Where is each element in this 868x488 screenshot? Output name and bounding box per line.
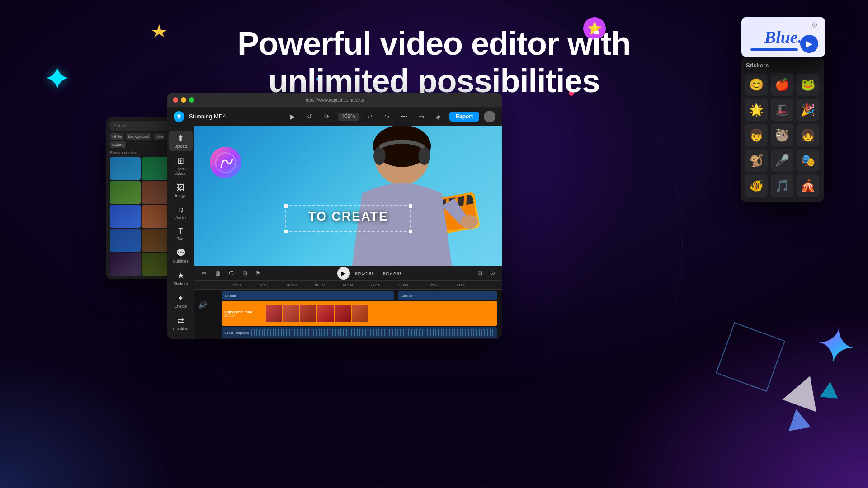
timer-btn[interactable]: ⏱ [226, 268, 236, 278]
monitor-btn[interactable]: ▭ [415, 110, 428, 123]
ruler-05: 00:05 [362, 283, 390, 287]
canvas-area: TO CREATE ✂ 🗑 ⏱ ⊟ [194, 126, 502, 339]
tag-nature[interactable]: nature [110, 141, 126, 148]
video-track-time: 00:01:4 [224, 314, 260, 317]
transitions-icon: ⇄ [177, 316, 184, 326]
window-url: https://www.capcut.com/editor [305, 98, 365, 103]
sticker-track-2[interactable]: Sticker [398, 291, 497, 300]
tool-filters[interactable]: ◐ Filters [169, 336, 193, 339]
video-track-info: Clips name.mov 00:01:4 [224, 310, 260, 317]
sticker-13[interactable]: 🐠 [745, 174, 768, 197]
sticker-12[interactable]: 🎭 [797, 149, 819, 172]
timeline-section: 00:00 00:01 00:02 00:03 00:04 00:05 00:0… [194, 280, 502, 339]
volume-icon[interactable]: 🔊 [198, 300, 207, 309]
tool-audio[interactable]: ♫ Audio [169, 202, 193, 223]
text-style-gear-icon[interactable]: ⚙ [811, 21, 818, 29]
sel-handle-tl[interactable] [284, 204, 288, 208]
left-media-grid [110, 157, 173, 276]
left-recommended-label: Recommended [110, 150, 173, 155]
tool-subtitles[interactable]: 💬 Subtitles [169, 245, 193, 266]
shield-btn[interactable]: ◈ [432, 110, 445, 123]
delete-btn[interactable]: 🗑 [212, 268, 222, 278]
fullscreen-btn[interactable]: ⊙ [487, 268, 497, 278]
sticker-7[interactable]: 👦 [745, 124, 768, 146]
text-style-text: Blue. [764, 27, 802, 47]
tool-stock[interactable]: ⊞ Stock videos [169, 153, 193, 178]
tool-transitions[interactable]: ⇄ Transitions [169, 313, 193, 334]
cube-decoration [716, 322, 785, 392]
left-thumb-7[interactable] [110, 229, 141, 252]
time-separator: / [376, 271, 377, 276]
tool-upload[interactable]: ⬆ Upload [169, 131, 193, 151]
sticker-15[interactable]: 🎪 [797, 174, 819, 197]
sel-handle-bl[interactable] [284, 230, 288, 233]
refresh-btn[interactable]: ⟳ [321, 110, 333, 123]
sticker-track-1[interactable]: Sticker [222, 291, 394, 300]
sticker-5[interactable]: 🎩 [771, 99, 793, 121]
rotate-btn[interactable]: ↺ [303, 110, 316, 123]
window-maximize-dot[interactable] [189, 97, 194, 103]
sticker-10[interactable]: 🐒 [745, 149, 768, 172]
more-btn[interactable]: ••• [398, 110, 410, 123]
ruler-02: 00:02 [278, 283, 306, 287]
upload-icon: ⬆ [177, 133, 184, 143]
video-track[interactable]: Clips name.mov 00:01:4 [222, 301, 497, 326]
ruler-07: 00:07 [419, 283, 447, 287]
left-thumb-1[interactable] [110, 157, 141, 180]
sticker-1[interactable]: 😊 [745, 73, 768, 96]
window-minimize-dot[interactable] [181, 97, 186, 103]
left-thumb-5[interactable] [110, 205, 141, 228]
left-thumb-3[interactable] [110, 181, 141, 204]
tool-image[interactable]: 🖼 Image [169, 180, 193, 201]
sticker-6[interactable]: 🎉 [797, 99, 819, 121]
video-track-name: Clips name.mov [224, 310, 260, 314]
zoom-level[interactable]: 100% [338, 113, 359, 121]
text-style-underline [750, 48, 798, 51]
left-search-input[interactable] [110, 121, 173, 131]
app-toolbar: Stunning MP4 ▶ ↺ ⟳ 100% ↩ ↪ ••• ▭ ◈ Expo… [167, 107, 502, 126]
export-button[interactable]: Export [449, 112, 479, 122]
play-btn[interactable]: ▶ [286, 110, 299, 123]
sticker-4[interactable]: 🌟 [745, 99, 768, 121]
play-pause-btn[interactable]: ▶ [337, 267, 350, 280]
audio-track-label: Great, disprove [224, 331, 249, 335]
app-logo [174, 111, 184, 122]
audio-waveform [251, 329, 495, 336]
flag-btn[interactable]: ⚑ [253, 268, 263, 278]
svg-point-11 [418, 147, 430, 165]
trim-btn[interactable]: ✂ [199, 268, 209, 278]
sticker-3[interactable]: 🐸 [797, 73, 819, 96]
undo-btn[interactable]: ↩ [363, 110, 376, 123]
sticker-2[interactable]: 🍎 [771, 73, 793, 96]
yellow-sparkle [147, 23, 172, 40]
tool-text[interactable]: T Text [169, 225, 193, 244]
text-style-next-arrow[interactable]: ▶ [800, 35, 818, 53]
window-close-dot[interactable] [173, 97, 178, 103]
image-icon: 🖼 [177, 183, 185, 192]
tag-blue[interactable]: blue [153, 133, 165, 140]
redo-btn[interactable]: ↪ [381, 110, 393, 123]
tool-effects[interactable]: ✦ Effects [169, 291, 193, 311]
app-window: https://www.capcut.com/editor Stunning M… [167, 93, 502, 339]
split-btn[interactable]: ⊟ [240, 268, 250, 278]
user-avatar[interactable] [484, 111, 495, 122]
frame-6 [352, 305, 368, 322]
svg-point-12 [460, 215, 478, 229]
tool-stickers[interactable]: ★ Stickers [169, 268, 193, 289]
sticker-9[interactable]: 👧 [797, 124, 819, 146]
timeline-ruler: 00:00 00:01 00:02 00:03 00:04 00:05 00:0… [194, 281, 502, 290]
audio-track[interactable]: Great, disprove [222, 327, 497, 338]
tag-white[interactable]: white [110, 133, 124, 140]
tag-background[interactable]: background [126, 133, 151, 140]
zoom-fit-btn[interactable]: ⊞ [475, 268, 485, 278]
sticker-11[interactable]: 🎤 [771, 149, 793, 172]
sticker-8[interactable]: 🦥 [771, 124, 793, 146]
frame-2 [283, 305, 299, 322]
left-media-sidebar: white background blue nature Recommended [106, 117, 176, 279]
left-thumb-9[interactable] [110, 253, 141, 276]
stickers-icon: ★ [177, 271, 184, 281]
sticker-14[interactable]: 🎵 [771, 174, 793, 197]
video-preview: TO CREATE [194, 126, 502, 266]
teal-star-decoration: ✦ [43, 59, 71, 99]
stock-icon: ⊞ [177, 156, 184, 166]
